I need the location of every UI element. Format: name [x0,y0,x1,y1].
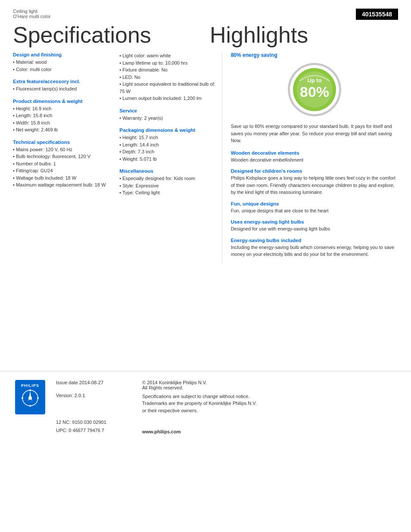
miscellaneous-title: Miscellaneous [119,168,217,174]
svg-point-9 [28,396,32,400]
highlight-energy-bulbs: Uses energy-saving light bulbs Designed … [231,219,398,233]
header: Ceiling light O'Hare multi color 4015355… [0,0,411,20]
issue-date: Issue date 2014-08-27 [56,380,125,390]
specs-columns: Design and finishing Material: wood Colo… [13,52,218,202]
spec-item: Type: Ceiling light [119,189,217,196]
svg-point-11 [29,405,31,407]
extra-feature-section: Extra feature/accessory incl. Fluorescen… [13,79,111,93]
highlight-bulbs-included: Energy-saving bulbs included Including t… [231,238,398,258]
spec-item: Length: 15.8 inch [13,112,111,119]
spec-item: Material: wood [13,59,111,66]
product-info: Ceiling light O'Hare multi color [13,9,51,19]
service-title: Service [119,108,217,113]
titles-row: Specifications Highlights [0,20,411,52]
service-section: Service Warranty: 2 year(s) [119,108,217,122]
product-category: Ceiling light [13,9,51,14]
spec-item: Fluorescent lamp(s) included [13,85,111,93]
svg-point-10 [29,389,31,391]
spec-item: Lumen output bulb included: 1,200 lm [119,95,217,102]
specs-title: Specifications [13,22,201,48]
version: Version: 2.0.1 [56,393,125,414]
technical-specifications-title: Technical specifications [13,140,111,145]
spec-item: Width: 15.8 inch [13,119,111,127]
highlight-fun-unique: Fun, unique designs Fun, unique designs … [231,201,398,215]
light-color-section: Light color: warm white Lamp lifetime up… [119,52,217,102]
page: Ceiling light O'Hare multi color 4015355… [0,0,411,532]
spec-item: Especially designed for: Kids room [119,175,217,182]
highlight-desc: Including the energy-saving bulb which c… [231,244,398,258]
spec-item: LED: No [119,74,217,81]
svg-point-12 [22,397,23,399]
highlight-childrens-rooms: Designed for children's rooms Philips Ki… [231,168,398,196]
nc-upc: 12 NC: 9150 030 02901UPC: 0 46677 79476 … [56,418,125,434]
product-code-box: 401535548 [356,9,398,20]
highlight-title: Fun, unique designs [231,201,398,206]
highlight-title: Uses energy-saving light bulbs [231,219,398,224]
highlight-desc: Designed for use with energy-saving ligh… [231,225,398,233]
specs-section: Design and finishing Material: wood Colo… [13,52,222,263]
specs-right-col: Light color: warm white Lamp lifetime up… [119,52,217,202]
philips-logo-svg: PHILIPS [15,380,45,414]
highlight-title: Designed for children's rooms [231,168,398,174]
energy-badge-svg: Up to 80% [286,62,342,118]
energy-description: Save up to 80% energy compared to your s… [231,123,398,144]
spec-item: Wattage bulb included: 18 W [13,174,111,182]
packaging-dimensions-section: Packaging dimensions & weight Height: 15… [119,128,217,162]
highlight-wooden-elements: Wooden decorative elements Wooden decora… [231,150,398,164]
svg-text:PHILIPS: PHILIPS [21,383,39,388]
spec-item: Light color: warm white [119,52,217,59]
highlight-title: Energy-saving bulbs included [231,238,398,243]
design-finishing-section: Design and finishing Material: wood Colo… [13,52,111,73]
philips-logo: PHILIPS [13,380,47,414]
website: www.philips.com [142,429,181,434]
footer-text: Issue date 2014-08-27 © 2014 Koninklijke… [56,380,398,435]
spec-item: Length: 14.4 inch [119,141,217,149]
spec-item: Net weight: 2.469 lb [13,126,111,134]
footer-row1: Issue date 2014-08-27 © 2014 Koninklijke… [56,380,398,390]
highlights-title: Highlights [201,22,398,48]
energy-badge-container: Up to 80% [231,62,398,118]
product-dimensions-title: Product dimensions & weight [13,99,111,104]
spec-item: Depth: 7.3 inch [119,148,217,156]
spec-item: Maximum wattage replacement bulb: 18 W [13,181,111,189]
spec-item: Lamp lifetime up to: 10,000 hrs [119,59,217,67]
spec-item: Fixture dimmable: No [119,66,217,74]
svg-point-13 [37,397,39,399]
energy-saving-section: 80% energy saving Up to [231,52,398,144]
svg-text:80%: 80% [300,84,329,100]
main-content: Design and finishing Material: wood Colo… [0,52,411,263]
spec-item: Color: multi color [13,66,111,73]
design-finishing-title: Design and finishing [13,52,111,57]
extra-feature-title: Extra feature/accessory incl. [13,79,111,84]
footer: PHILIPS Issue date 2014-08-27 © 2014 Kon… [0,371,411,443]
spec-item: Style: Expressive [119,182,217,190]
product-dimensions-section: Product dimensions & weight Height: 16.9… [13,99,111,134]
highlight-desc: Philips Kidsplace goes a long way to hel… [231,174,398,196]
technical-specifications-section: Technical specifications Mains power: 12… [13,140,111,189]
spec-item: Bulb technology: fluorescent, 120 V [13,153,111,160]
highlight-title: Wooden decorative elements [231,150,398,156]
product-name: O'Hare multi color [13,14,51,19]
highlights-section: 80% energy saving Up to [222,52,398,263]
spec-item: Warranty: 2 year(s) [119,115,217,122]
spec-item: Light source equivalent to traditional b… [119,81,217,95]
highlight-desc: Wooden decorative embellishment [231,156,398,164]
energy-saving-title: 80% energy saving [231,52,398,58]
specs-left-col: Design and finishing Material: wood Colo… [13,52,111,202]
legal-text: Specifications are subject to change wit… [142,393,257,414]
spec-item: Number of bulbs: 1 [13,160,111,168]
spec-item: Height: 15.7 inch [119,134,217,141]
highlight-desc: Fun, unique designs that are close to th… [231,207,398,215]
spec-item: Height: 16.9 inch [13,105,111,112]
footer-row3: 12 NC: 9150 030 02901UPC: 0 46677 79476 … [56,418,398,434]
spec-item: Fitting/cap: GU24 [13,167,111,174]
miscellaneous-section: Miscellaneous Especially designed for: K… [119,168,217,196]
spec-item: Mains power: 120 V, 60 Hz [13,146,111,153]
copyright: © 2014 Koninklijke Philips N.V.All Right… [142,380,207,390]
spec-item: Weight: 5.071 lb [119,156,217,163]
packaging-dimensions-title: Packaging dimensions & weight [119,128,217,133]
footer-row2: Version: 2.0.1 Specifications are subjec… [56,393,398,414]
svg-text:Up to: Up to [307,77,321,84]
